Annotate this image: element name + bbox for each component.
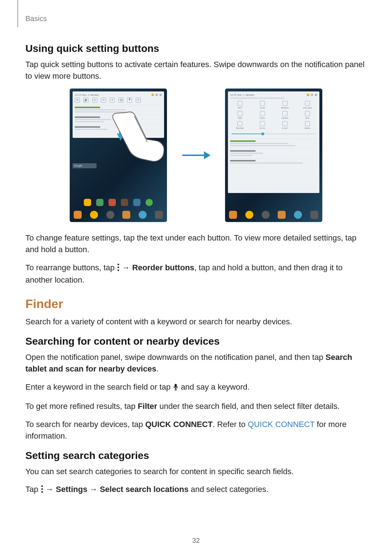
hand-gesture-icon xyxy=(110,110,164,168)
bottom-app-row xyxy=(70,209,167,221)
text: To get more refined results, tap xyxy=(25,402,138,411)
bottom-app-row xyxy=(225,209,322,221)
text: To search for nearby devices, tap xyxy=(25,420,145,429)
text-bold: Settings xyxy=(56,485,87,494)
svg-point-11 xyxy=(41,488,43,490)
paragraph-categories: You can set search categories to search … xyxy=(25,466,367,477)
text: and select categories. xyxy=(188,485,268,494)
google-search-widget: Google xyxy=(73,163,97,168)
figure-device-right: 12:19 Sun, 1 January ⋮ Wi-Fi Sound Bluet… xyxy=(225,89,322,222)
dock-row xyxy=(70,197,167,208)
page-number: 32 xyxy=(0,537,392,545)
text-bold: Select search locations xyxy=(100,485,189,494)
paragraph-finder: Search for a variety of content with a k… xyxy=(25,316,367,328)
text: Enter a keyword in the search field or t… xyxy=(25,382,173,391)
figure-device-left: 12:19 Sun, 1 January ⇅🔊B↻ ✈⏻📍⟳ Googl xyxy=(70,89,167,222)
text: → xyxy=(46,485,56,494)
paragraph-quick-connect: To search for nearby devices, tap QUICK … xyxy=(25,419,367,442)
svg-point-5 xyxy=(118,266,119,268)
paragraph-filter: To get more refined results, tap Filter … xyxy=(25,401,367,412)
more-options-icon xyxy=(41,485,44,496)
text: under the search field, and then select … xyxy=(157,402,340,411)
text: Open the notification panel, swipe downw… xyxy=(25,353,326,362)
link-quick-connect[interactable]: QUICK CONNECT xyxy=(248,420,315,429)
text: → xyxy=(122,263,132,272)
text: Tap xyxy=(25,485,41,494)
svg-marker-3 xyxy=(204,151,211,159)
text: To rearrange buttons, tap xyxy=(25,263,117,272)
heading-search-categories: Setting search categories xyxy=(25,450,367,461)
figure-row: 12:19 Sun, 1 January ⇅🔊B↻ ✈⏻📍⟳ Googl xyxy=(25,89,367,222)
paragraph-enter-keyword: Enter a keyword in the search field or t… xyxy=(25,381,367,394)
svg-point-6 xyxy=(118,269,119,271)
header-divider xyxy=(17,0,18,27)
paragraph-categories-steps: Tap → Settings → Select search locations… xyxy=(25,484,367,496)
quick-settings-grid: Wi-Fi Sound Bluetooth Auto rotate Flight… xyxy=(230,101,317,129)
svg-point-4 xyxy=(118,263,119,265)
text-bold: Filter xyxy=(138,402,157,411)
more-options-icon xyxy=(117,263,120,275)
text: . Refer to xyxy=(213,420,248,429)
text: . xyxy=(156,364,159,373)
text-bold: Reorder buttons xyxy=(132,263,194,272)
paragraph-rearrange: To rearrange buttons, tap → Reorder butt… xyxy=(25,262,367,286)
text-bold: QUICK CONNECT xyxy=(145,420,213,429)
text: → xyxy=(87,485,100,494)
heading-finder: Finder xyxy=(25,297,367,311)
heading-using-quick-setting: Using quick setting buttons xyxy=(25,43,367,54)
arrow-right-icon xyxy=(181,150,211,161)
breadcrumb: Basics xyxy=(25,15,367,23)
paragraph-change-settings: To change feature settings, tap the text… xyxy=(25,232,367,255)
heading-searching: Searching for content or nearby devices xyxy=(25,336,367,347)
svg-rect-7 xyxy=(175,384,177,387)
svg-point-12 xyxy=(41,491,43,493)
paragraph-search-tablet: Open the notification panel, swipe downw… xyxy=(25,352,367,375)
paragraph-quick-setting: Tap quick setting buttons to activate ce… xyxy=(25,59,367,82)
brightness-slider xyxy=(230,131,317,136)
microphone-icon xyxy=(173,382,179,394)
text: and say a keyword. xyxy=(181,382,250,391)
svg-point-10 xyxy=(41,485,43,487)
